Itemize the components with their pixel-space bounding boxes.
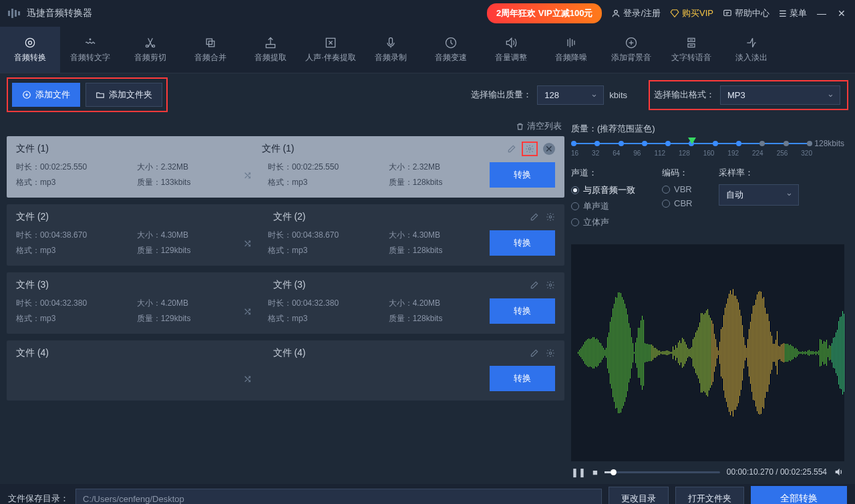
tool-6[interactable]: 音频录制 [361,27,421,73]
add-folder-button[interactable]: 添加文件夹 [86,83,162,107]
tool-0[interactable]: 音频转换 [0,27,60,73]
user-icon [611,9,621,18]
gear-icon[interactable] [523,143,536,155]
add-file-button[interactable]: 添加文件 [12,83,80,107]
help-label: 帮助中心 [735,7,770,19]
svg-point-3 [29,41,32,45]
svg-point-18 [549,352,552,354]
menu-icon: ☰ [779,9,787,19]
file-name-left: 文件 (2) [16,211,265,223]
convert-all-button[interactable]: 全部转换 [751,486,847,504]
edit-icon[interactable] [530,280,539,290]
vip-label: 购买VIP [682,7,713,19]
file-item[interactable]: 文件 (4)文件 (4)⤭转换 [7,340,564,401]
minimize-button[interactable]: — [816,8,827,19]
tool-12[interactable]: 淡入淡出 [721,27,782,73]
tool-4[interactable]: 音频提取 [240,27,301,73]
tool-icon [745,36,758,49]
trash-icon [516,122,524,131]
output-format-label: 选择输出格式： [654,89,715,101]
gear-icon[interactable] [546,348,555,358]
tool-1[interactable]: 音频转文字 [60,27,120,73]
remove-icon[interactable]: ✕ [543,143,555,155]
samplerate-select[interactable]: 自动 [719,184,799,206]
convert-button[interactable]: 转换 [490,230,555,256]
file-item[interactable]: 文件 (3)文件 (3)时长：00:04:32.380大小：4.20MB格式：m… [7,272,564,334]
app-title: 迅捷音频转换器 [27,7,92,19]
open-folder-button[interactable]: 打开文件夹 [675,487,744,504]
edit-icon[interactable] [530,212,539,222]
svg-point-17 [549,284,552,286]
tool-icon [324,36,337,49]
edit-icon[interactable] [507,144,516,154]
output-format-select[interactable]: MP3 [720,85,840,105]
channel-label: 声道： [571,167,635,179]
convert-button[interactable]: 转换 [490,366,555,391]
tool-icon [444,36,458,49]
help-button[interactable]: 帮助中心 [723,7,770,19]
file-name-right: 文件 (4) [273,347,522,359]
tool-icon [504,36,518,49]
convert-button[interactable]: 转换 [490,162,555,188]
file-item[interactable]: 文件 (1)文件 (1)✕时长：00:02:25.550大小：2.32MB格式：… [7,136,564,198]
tool-icon [264,36,277,49]
convert-button[interactable]: 转换 [490,298,555,324]
tool-icon [685,36,698,49]
tool-label: 音频转文字 [70,52,110,63]
codec-option-0[interactable]: VBR [662,184,692,194]
tool-icon [625,36,638,49]
tool-9[interactable]: 音频降噪 [541,27,601,73]
promo-button[interactable]: 2周年狂欢 VIP立减100元 [487,3,603,23]
chat-icon [723,9,732,18]
channel-option-1[interactable]: 单声道 [571,200,635,212]
volume-icon[interactable] [834,467,844,477]
tool-5[interactable]: 人声·伴奏提取 [301,27,361,73]
tool-label: 音频剪切 [134,52,166,63]
tool-7[interactable]: 音频变速 [421,27,481,73]
save-path-input[interactable]: C:/Users/cenfeng/Desktop [75,489,602,505]
samplerate-label: 采样率： [719,167,799,179]
pause-button[interactable]: ❚❚ [571,467,586,477]
output-quality-select[interactable]: 128 [537,85,604,105]
codec-option-1[interactable]: CBR [662,198,692,208]
gear-icon[interactable] [546,212,555,222]
tool-2[interactable]: 音频剪切 [120,27,180,73]
tool-label: 音频合并 [194,52,226,63]
tool-label: 淡入淡出 [735,52,767,63]
save-path-label: 文件保存目录： [8,493,69,504]
add-folder-label: 添加文件夹 [109,89,152,101]
vip-button[interactable]: 购买VIP [670,7,713,19]
menu-button[interactable]: ☰ 菜单 [779,7,807,19]
plus-circle-icon [22,90,31,99]
quality-slider[interactable]: 16326496112128160192224256320 128kbits [571,139,844,158]
stop-button[interactable]: ■ [592,467,598,477]
channel-option-2[interactable]: 立体声 [571,216,635,228]
tool-11[interactable]: 文字转语音 [661,27,721,73]
svg-point-16 [549,216,552,218]
shuffle-icon[interactable]: ⤭ [238,237,257,250]
file-name-right: 文件 (1) [262,143,500,155]
change-dir-button[interactable]: 更改目录 [609,487,669,504]
gear-icon[interactable] [546,280,555,290]
clear-list-button[interactable]: 清空列表 [516,120,562,132]
tool-icon [204,36,217,49]
tool-3[interactable]: 音频合并 [180,27,240,73]
file-name-right: 文件 (2) [273,211,522,223]
login-button[interactable]: 登录/注册 [611,7,661,19]
tool-10[interactable]: 添加背景音 [601,27,661,73]
shuffle-icon[interactable]: ⤭ [238,372,257,385]
file-item[interactable]: 文件 (2)文件 (2)时长：00:04:38.670大小：4.30MB格式：m… [7,204,564,266]
svg-point-4 [90,39,91,40]
tool-8[interactable]: 音量调整 [481,27,541,73]
svg-rect-7 [206,39,212,44]
output-quality-unit: kbits [609,90,627,100]
channel-option-0[interactable]: 与原音频一致 [571,184,635,196]
progress-bar[interactable] [605,471,720,473]
shuffle-icon[interactable]: ⤭ [238,305,257,318]
edit-icon[interactable] [530,348,539,358]
shuffle-icon[interactable]: ⤭ [238,169,257,182]
close-button[interactable]: ✕ [836,8,847,19]
login-label: 登录/注册 [623,7,661,19]
waveform-display [571,244,844,461]
quality-marker-icon [688,138,696,144]
